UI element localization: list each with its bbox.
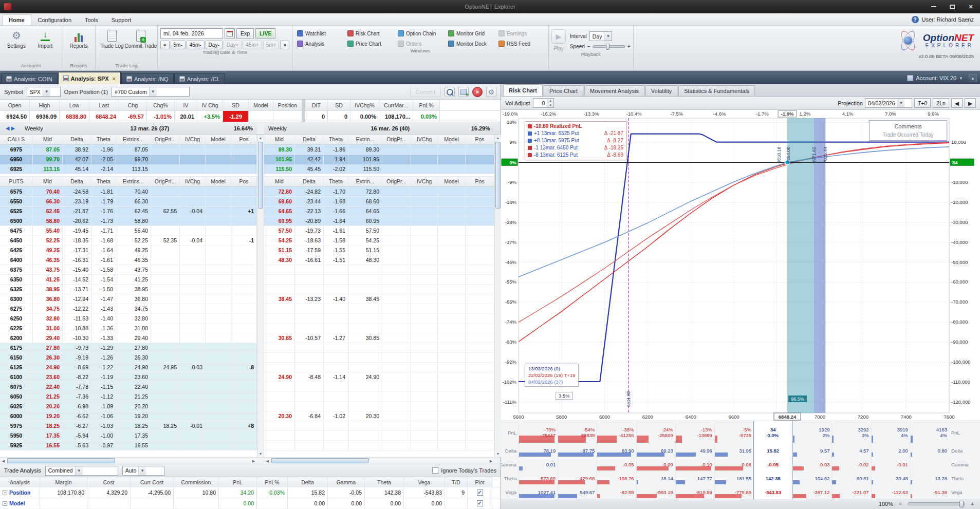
horizontal-scrollbar[interactable]: ◀ ▶ ◀ ▶ bbox=[0, 457, 501, 464]
scroll-down-icon[interactable]: ▼ bbox=[495, 450, 501, 457]
close-tab-icon[interactable]: × bbox=[113, 76, 116, 82]
account-label[interactable]: Account: VIX 20 bbox=[916, 75, 956, 81]
tab-risk-chart[interactable]: Risk Chart bbox=[503, 84, 543, 96]
time-back-button-5m-[interactable]: 5m- bbox=[171, 41, 186, 49]
doc-tab-analysis-spx[interactable]: Analysis: SPX× bbox=[58, 72, 121, 84]
window-button-rss-feed[interactable]: RSS Feed bbox=[496, 40, 546, 48]
option-chain-row[interactable]: 635041.25-14.52-1.5441.25 bbox=[0, 275, 501, 285]
option-chain-row[interactable]: 650058.80-20.62-1.7358.8060.95-20.89-1.6… bbox=[0, 216, 501, 226]
option-chain-row[interactable]: 642549.25-17.31-1.6449.2551.15-17.59-1.5… bbox=[0, 246, 501, 255]
scroll-up-icon[interactable]: ▲ bbox=[495, 135, 501, 141]
chevron-down-icon[interactable]: ▼ bbox=[959, 76, 963, 81]
scrollbar-thumb[interactable] bbox=[271, 458, 369, 463]
tab-volatility[interactable]: Volatility bbox=[645, 85, 677, 96]
comments-box[interactable]: Comments Trade Occurred Today bbox=[869, 120, 947, 141]
window-button-monitor-dock[interactable]: Monitor Dock bbox=[446, 40, 495, 48]
option-chain-row[interactable]: 630036.80-12.94-1.4736.8038.45-13.23-1.4… bbox=[0, 294, 501, 304]
trade-log-button[interactable]: Trade Log bbox=[98, 27, 126, 50]
ignore-trades-checkbox[interactable] bbox=[432, 467, 438, 474]
analysis-auto-select[interactable]: Auto▼ bbox=[122, 466, 164, 476]
option-chain-row[interactable]: 625032.80-11.53-1.4032.80 bbox=[0, 314, 501, 324]
live-button[interactable]: LIVE bbox=[255, 28, 275, 39]
expiry-type[interactable]: Weekly bbox=[25, 125, 66, 131]
analysis-mode-select[interactable]: Combined▼ bbox=[45, 466, 118, 476]
play-button[interactable]: ▶ Play bbox=[551, 29, 566, 51]
plot-checkbox[interactable]: ✓ bbox=[477, 500, 483, 506]
exp-button[interactable]: Exp bbox=[236, 28, 254, 39]
option-chain-row[interactable]: 617527.80-9.73-1.2927.80 bbox=[0, 343, 501, 353]
doc-tab-analysis-cl[interactable]: Analysis: /CL bbox=[174, 73, 225, 84]
collapse-ribbon-button[interactable]: ▲ bbox=[969, 74, 977, 82]
prev-projection-icon[interactable]: ◀ bbox=[951, 98, 963, 108]
analysis-row-position[interactable]: +Position108,170.804,329.20-4,295.0010.8… bbox=[0, 487, 501, 498]
zoom-slider[interactable] bbox=[908, 502, 965, 505]
expand-icon[interactable]: + bbox=[3, 501, 7, 506]
import-button[interactable]: ↓ Import bbox=[31, 27, 59, 50]
positions-legend[interactable]: -10.80 Realized PnL +1 13mar. 6525 PutΔ … bbox=[525, 121, 626, 160]
time-forward-button-45m-[interactable]: 45m+ bbox=[243, 41, 262, 49]
option-chain-row[interactable]: 647555.40-19.45-1.7155.4057.50-19.73-1.6… bbox=[0, 226, 501, 236]
next-projection-icon[interactable]: ▶ bbox=[965, 98, 976, 108]
option-chain-row[interactable]: 605021.25-7.36-1.1221.25 bbox=[0, 392, 501, 402]
window-button-earnings[interactable]: Earnings bbox=[496, 29, 546, 37]
interval-select[interactable]: Day▼ bbox=[589, 31, 613, 41]
vol-adjust-stepper[interactable]: 0 ▲▼ bbox=[533, 98, 554, 108]
option-chain-row[interactable]: 607522.40-7.78-1.1522.40 bbox=[0, 382, 501, 392]
option-chain-row[interactable]: 657570.40-24.58-1.8170.4072.80-24.82-1.7… bbox=[0, 187, 501, 197]
window-button-analysis[interactable]: Analysis bbox=[295, 40, 344, 48]
window-button-price-chart[interactable]: Price Chart bbox=[345, 40, 395, 48]
minimize-button[interactable] bbox=[924, 0, 943, 13]
plot-checkbox[interactable]: ✓ bbox=[477, 489, 483, 496]
option-chain-row[interactable]: 697587.0538.92-1.9687.0589.3039.31-1.868… bbox=[0, 145, 501, 155]
commit-button[interactable]: Commit bbox=[410, 87, 441, 97]
jump-forward-button[interactable]: » bbox=[280, 41, 289, 49]
speed-minus-button[interactable]: − bbox=[587, 44, 590, 49]
option-chain-row[interactable]: 637543.75-15.40-1.5843.75 bbox=[0, 265, 501, 275]
option-chain-row[interactable]: 6925113.1545.14-2.14113.15115.5045.45-2.… bbox=[0, 164, 501, 174]
settings-button[interactable]: ⚙ Settings bbox=[3, 27, 30, 50]
menu-tab-support[interactable]: Support bbox=[105, 14, 138, 25]
zoom-in-button[interactable]: + bbox=[969, 501, 976, 507]
reports-button[interactable]: Reports bbox=[65, 27, 93, 50]
t0-button[interactable]: T+0 bbox=[914, 98, 931, 108]
expand-icon[interactable]: + bbox=[3, 491, 7, 495]
vol-change-box[interactable]: 3.5% bbox=[556, 392, 573, 400]
option-chain-row[interactable]: 645052.25-18.35-1.6852.2552.35-0.04-154.… bbox=[0, 236, 501, 246]
scroll-down-icon[interactable]: ▼ bbox=[257, 450, 264, 457]
option-chain-row[interactable]: 620029.40-10.30-1.3329.4030.85-10.57-1.2… bbox=[0, 333, 501, 343]
search-icon[interactable] bbox=[445, 87, 455, 97]
add-grid-icon[interactable] bbox=[458, 87, 469, 97]
scrollbar-thumb[interactable] bbox=[7, 458, 115, 463]
menu-tab-configuration[interactable]: Configuration bbox=[31, 14, 78, 25]
zoom-slider-thumb[interactable] bbox=[959, 501, 964, 507]
option-chain-row[interactable]: 622531.00-10.88-1.3631.00 bbox=[0, 324, 501, 333]
projection-dates-box[interactable]: 13/03/2026 (0)22/02/2026 (19) T+1804/02/… bbox=[525, 364, 579, 387]
close-button[interactable]: × bbox=[961, 0, 980, 13]
option-chain-row[interactable]: 592516.55-5.63-0.9716.55 bbox=[0, 441, 501, 450]
gear-icon[interactable]: ⚙ bbox=[486, 87, 496, 97]
scroll-left-icon[interactable]: ◀ bbox=[264, 458, 271, 464]
scrollbar-thumb[interactable] bbox=[495, 142, 501, 209]
time-back-button-day-[interactable]: Day- bbox=[206, 41, 223, 49]
menu-tab-tools[interactable]: Tools bbox=[78, 14, 105, 25]
option-chain-row[interactable]: 640046.35-16.31-1.6146.3548.30-16.61-1.5… bbox=[0, 255, 501, 265]
commit-trade-button[interactable]: Commit Trade bbox=[127, 27, 155, 50]
strategy-select[interactable]: #700 Custom▼ bbox=[112, 87, 190, 97]
analysis-row-model[interactable]: +Model0.000.000.000.000.00✓ bbox=[0, 498, 501, 509]
projection-date-select[interactable]: 04/02/2026▼ bbox=[865, 98, 912, 108]
scroll-left-icon[interactable]: ◀ bbox=[0, 458, 7, 464]
help-icon[interactable]: ? bbox=[912, 16, 919, 23]
option-chain-row[interactable]: 600019.20-6.62-1.0619.2020.30-6.84-1.022… bbox=[0, 411, 501, 421]
expiry-type[interactable]: Weekly bbox=[268, 125, 309, 131]
tab-statistics-fundamentals[interactable]: Statistics & Fundamentals bbox=[678, 85, 755, 96]
scroll-right-icon[interactable]: ▶ bbox=[250, 458, 257, 464]
doc-tab-analysis-coin[interactable]: Analysis: COIN bbox=[1, 73, 58, 84]
time-back-button-45m-[interactable]: 45m- bbox=[187, 41, 205, 49]
option-chain-row[interactable]: 627534.75-12.22-1.4334.75 bbox=[0, 304, 501, 314]
window-button-orders[interactable]: Orders bbox=[396, 40, 445, 48]
tab-movement-analysis[interactable]: Movement Analysis bbox=[584, 85, 644, 96]
option-chain-row[interactable]: 655066.30-23.19-1.7966.3068.60-23.44-1.6… bbox=[0, 197, 501, 206]
lines-button[interactable]: 2Ln bbox=[933, 98, 949, 108]
option-chain-row[interactable]: 595017.35-5.94-1.0017.35 bbox=[0, 431, 501, 441]
window-button-watchlist[interactable]: Watchlist bbox=[295, 29, 344, 37]
